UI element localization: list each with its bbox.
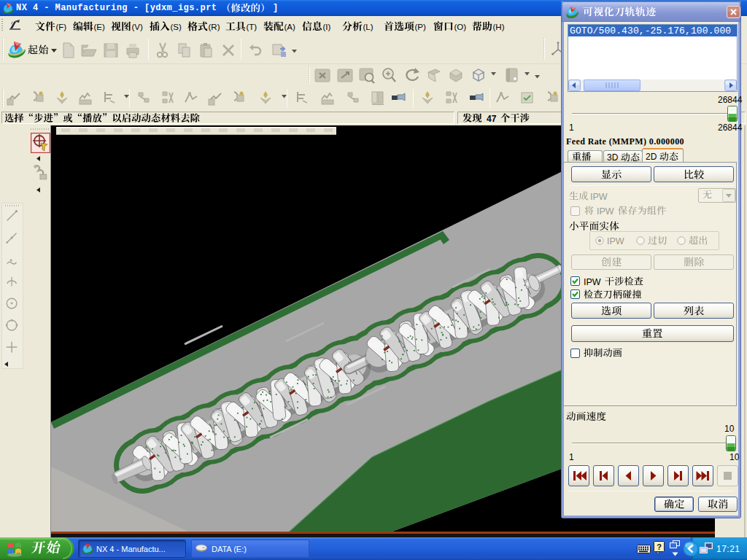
svg-text:?: ? (657, 542, 662, 551)
